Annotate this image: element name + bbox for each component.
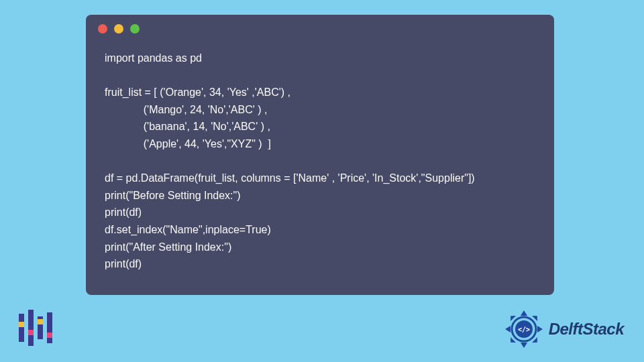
- code-window: import pandas as pd fruit_list = [ ('Ora…: [86, 15, 554, 295]
- svg-text:</>: </>: [518, 326, 530, 333]
- svg-rect-5: [38, 319, 43, 324]
- svg-marker-14: [505, 326, 511, 333]
- svg-marker-8: [521, 310, 527, 316]
- left-logo-icon: [12, 306, 56, 350]
- svg-marker-12: [521, 343, 527, 348]
- maximize-icon[interactable]: [130, 24, 140, 34]
- minimize-icon[interactable]: [114, 24, 123, 34]
- svg-rect-2: [28, 310, 34, 346]
- svg-rect-1: [19, 322, 24, 327]
- svg-rect-6: [47, 312, 52, 343]
- svg-rect-0: [19, 314, 24, 342]
- brand-logo: </> DelftStack: [503, 308, 624, 350]
- code-content: import pandas as pd fruit_list = [ ('Ora…: [86, 39, 554, 284]
- svg-rect-7: [47, 333, 52, 338]
- svg-marker-10: [537, 326, 543, 333]
- svg-rect-3: [28, 330, 34, 335]
- brand-name: DelftStack: [549, 320, 624, 339]
- close-icon[interactable]: [98, 24, 107, 34]
- delftstack-badge-icon: </>: [503, 308, 545, 350]
- window-controls: [86, 15, 554, 39]
